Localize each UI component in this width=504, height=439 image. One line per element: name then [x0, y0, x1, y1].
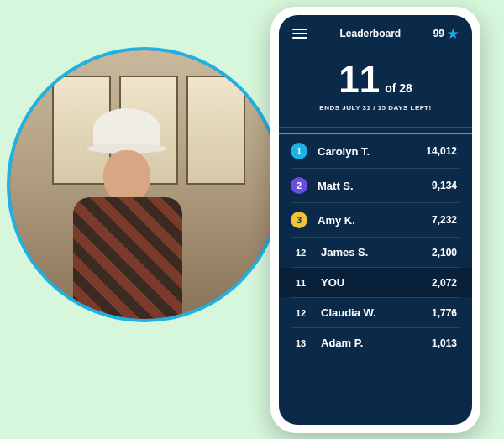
app-screen: Leaderboard 99 ★ 11 of 28 ENDS JULY 31 /…: [279, 15, 472, 425]
promo-photo: [7, 47, 282, 322]
player-name: YOU: [321, 276, 422, 289]
rank-position: 13: [291, 338, 311, 348]
rank-position: 12: [291, 308, 311, 318]
player-score: 14,012: [426, 145, 457, 157]
star-icon: ★: [448, 27, 459, 40]
rank-block: 11 of 28 ENDS JULY 31 / 15 DAYS LEFT!: [279, 45, 472, 127]
leaderboard-row[interactable]: 12Claudia W.1,776: [279, 298, 472, 327]
rank-position: 12: [291, 248, 311, 258]
player-name: Matt S.: [318, 180, 422, 192]
player-score: 1,776: [432, 307, 457, 319]
divider: [279, 127, 472, 128]
leaderboard-row[interactable]: 12James S.2,100: [279, 238, 472, 267]
player-name: James S.: [321, 246, 422, 259]
player-score: 7,232: [432, 214, 457, 226]
leaderboard-list: 1Carolyn T.14,0122Matt S.9,1343Amy K.7,2…: [279, 134, 472, 425]
leaderboard-row[interactable]: 2Matt S.9,134: [279, 169, 472, 202]
player-score: 1,013: [432, 337, 457, 349]
leaderboard-row[interactable]: 11YOU2,072: [279, 268, 472, 297]
rank-current: 11: [339, 59, 380, 101]
player-name: Claudia W.: [321, 306, 422, 319]
points-display[interactable]: 99 ★: [433, 27, 459, 40]
player-score: 2,100: [432, 247, 457, 259]
rank-badge: 1: [291, 143, 307, 159]
app-header: Leaderboard 99 ★: [279, 15, 472, 45]
page-title: Leaderboard: [339, 28, 401, 39]
rank-subtext: ENDS JULY 31 / 15 DAYS LEFT!: [279, 104, 472, 112]
leaderboard-row[interactable]: 1Carolyn T.14,012: [279, 134, 472, 168]
player-name: Adam P.: [321, 337, 422, 349]
leaderboard-row[interactable]: 13Adam P.1,013: [279, 328, 472, 358]
photo-scene: [10, 50, 279, 319]
player-name: Amy K.: [318, 214, 422, 227]
menu-icon[interactable]: [292, 29, 307, 39]
points-value: 99: [433, 28, 444, 39]
player-score: 9,134: [432, 180, 457, 191]
player-name: Carolyn T.: [318, 145, 416, 158]
phone-mockup: Leaderboard 99 ★ 11 of 28 ENDS JULY 31 /…: [270, 7, 480, 433]
leaderboard-row[interactable]: 3Amy K.7,232: [279, 203, 472, 237]
player-score: 2,072: [432, 277, 457, 289]
rank-of: of 28: [385, 81, 412, 95]
rank-badge: 2: [291, 177, 307, 194]
rank-badge: 3: [291, 212, 307, 228]
rank-position: 11: [291, 278, 311, 288]
